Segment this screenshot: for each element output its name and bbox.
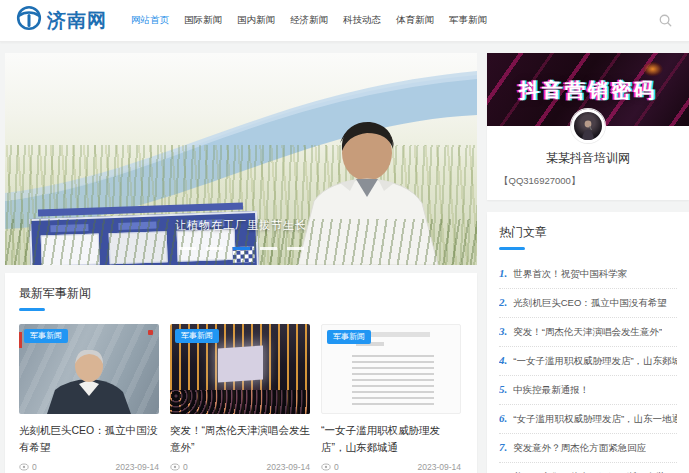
nav-item-intl-news[interactable]: 国际新闻 (184, 14, 222, 27)
slider-dot[interactable] (260, 247, 277, 250)
hot-articles-title: 热门文章 (499, 224, 677, 241)
article-meta: 0 2023-09-14 (19, 462, 159, 472)
profile-name: 某某抖音培训网 (487, 150, 689, 167)
site-header: 济南网 网站首页 国际新闻 国内新闻 经济新闻 科技动态 体育新闻 军事新闻 (0, 0, 689, 42)
view-count: 0 (170, 462, 188, 472)
hot-article-item[interactable]: 5.中疾控最新通报！ (499, 376, 677, 405)
section-title-underline (19, 308, 45, 311)
slider-pagination (5, 247, 477, 250)
article-title: 光刻机巨头CEO：孤立中国没有希望 (19, 422, 159, 456)
hot-article-item[interactable]: 2.光刻机巨头CEO：孤立中国没有希望 (499, 289, 677, 318)
search-icon[interactable] (658, 13, 673, 28)
hot-articles-list: 1.世界首次！祝贺中国科学家 2.光刻机巨头CEO：孤立中国没有希望 3.突发！… (499, 260, 677, 473)
hot-article-item[interactable]: 1.世界首次！祝贺中国科学家 (499, 260, 677, 289)
hero-slider[interactable]: 让植物在工厂里拔节生长 (5, 53, 477, 265)
profile-qq: 【QQ316927000】 (499, 175, 689, 188)
slider-dot-active[interactable] (233, 247, 250, 250)
logo-icon (16, 5, 42, 36)
promo-banner-title: 抖音营销密码 (487, 77, 689, 104)
promo-card[interactable]: 抖音营销密码 某某抖音培训网 【QQ316927000】 (487, 53, 689, 200)
nav-item-tech-news[interactable]: 科技动态 (343, 14, 381, 27)
slider-dot[interactable] (179, 247, 196, 250)
nav-item-military-news[interactable]: 军事新闻 (449, 14, 487, 27)
main-nav: 网站首页 国际新闻 国内新闻 经济新闻 科技动态 体育新闻 军事新闻 (131, 14, 487, 27)
view-count: 0 (19, 462, 37, 472)
nav-item-sports-news[interactable]: 体育新闻 (396, 14, 434, 27)
article-title: “一女子滥用职权威胁理发店”，山东郯城通 (321, 422, 461, 456)
hot-article-item[interactable]: 6.“女子滥用职权威胁理发店”，山东一地通报 (499, 405, 677, 434)
category-badge: 军事新闻 (175, 329, 219, 343)
sidebar: 抖音营销密码 某某抖音培训网 【QQ316927000】 热门文章 1.世界首次… (487, 53, 689, 473)
logo-text: 济南网 (47, 8, 107, 34)
eye-icon (19, 463, 29, 471)
article-date: 2023-09-14 (116, 462, 159, 472)
article-meta: 0 2023-09-14 (170, 462, 310, 472)
hot-article-item[interactable]: 7.突发意外？周杰伦方面紧急回应 (499, 434, 677, 463)
category-badge: 军事新闻 (327, 330, 371, 344)
article-card[interactable]: 军事新闻 “一女子滥用职权威胁理发店”，山东郯城通 0 2023-09-14 (321, 324, 461, 472)
eye-icon (170, 463, 180, 471)
article-date: 2023-09-14 (267, 462, 310, 472)
hot-articles-section: 热门文章 1.世界首次！祝贺中国科学家 2.光刻机巨头CEO：孤立中国没有希望 … (487, 212, 689, 473)
article-thumbnail-concert: 军事新闻 (170, 324, 310, 414)
article-title: 突发！“周杰伦天津演唱会发生意外” (170, 422, 310, 456)
article-card[interactable]: 军事新闻 光刻机巨头CEO：孤立中国没有希望 (19, 324, 159, 472)
nav-item-domestic-news[interactable]: 国内新闻 (237, 14, 275, 27)
latest-news-section: 最新军事新闻 军事新闻 光刻机巨头CEO：孤立中国没有希望 (5, 273, 477, 473)
section-title: 最新军事新闻 (19, 285, 463, 302)
hot-title-underline (499, 247, 525, 250)
main-column: 让植物在工厂里拔节生长 最新军事新闻 军事新闻 (5, 53, 477, 473)
avatar (571, 109, 605, 143)
article-meta: 0 2023-09-14 (321, 462, 461, 472)
article-date: 2023-09-14 (418, 462, 461, 472)
nav-item-home[interactable]: 网站首页 (131, 14, 169, 27)
hero-caption: 让植物在工厂里拔节生长 (5, 218, 477, 233)
view-count: 0 (321, 462, 339, 472)
eye-icon (321, 463, 331, 471)
article-thumbnail-document: 军事新闻 (321, 324, 461, 414)
slider-dot[interactable] (206, 247, 223, 250)
hot-article-item[interactable]: 3.突发！“周杰伦天津演唱会发生意外” (499, 318, 677, 347)
category-badge: 军事新闻 (24, 329, 68, 343)
hot-article-item[interactable]: 4.“一女子滥用职权威胁理发店”，山东郯城通 (499, 347, 677, 376)
hot-article-item[interactable]: 8.美媒：它们正从中国源源不断涌向世界 (499, 463, 677, 473)
article-cards-row: 军事新闻 光刻机巨头CEO：孤立中国没有希望 (19, 324, 463, 472)
slider-dot[interactable] (287, 247, 304, 250)
article-card[interactable]: 军事新闻 突发！“周杰伦天津演唱会发生意外” 0 2023-09-14 (170, 324, 310, 472)
site-logo[interactable]: 济南网 (16, 5, 107, 36)
nav-item-economy-news[interactable]: 经济新闻 (290, 14, 328, 27)
article-thumbnail-tv-interview: 军事新闻 (19, 324, 159, 414)
